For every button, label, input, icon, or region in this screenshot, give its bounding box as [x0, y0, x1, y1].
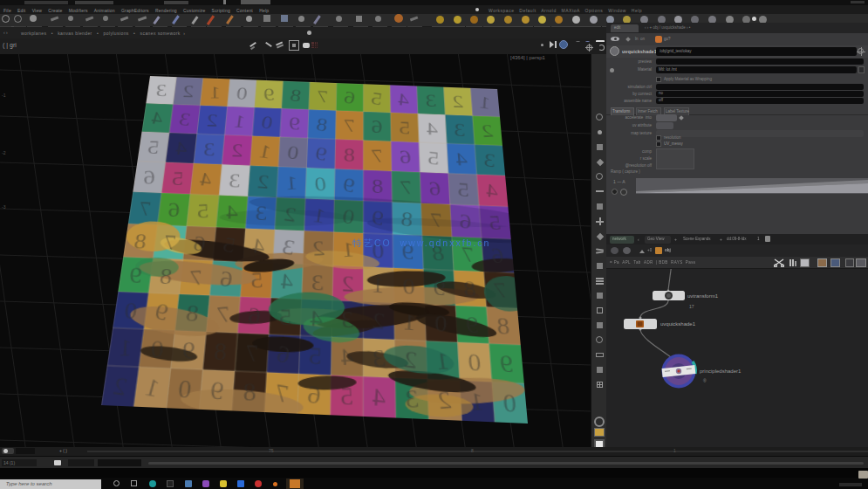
- svg-text:0: 0: [434, 310, 448, 337]
- svg-text:9: 9: [129, 263, 142, 288]
- svg-text:1: 1: [372, 272, 385, 299]
- svg-text:1: 1: [479, 92, 491, 113]
- svg-text:8: 8: [496, 313, 510, 340]
- svg-text:6: 6: [168, 198, 181, 222]
- svg-text:4: 4: [310, 305, 324, 332]
- svg-text:4: 4: [340, 343, 355, 370]
- svg-text:7: 7: [189, 265, 202, 290]
- svg-text:0: 0: [150, 335, 164, 362]
- svg-text:3: 3: [454, 119, 465, 140]
- svg-text:8: 8: [343, 144, 355, 166]
- svg-text:3: 3: [311, 270, 324, 295]
- svg-text:6: 6: [306, 380, 322, 410]
- svg-text:®: ®: [703, 378, 707, 383]
- svg-text:2: 2: [231, 140, 243, 161]
- svg-text:0: 0: [467, 348, 482, 375]
- svg-text:2: 2: [452, 92, 465, 112]
- svg-text:principledshader1: principledshader1: [700, 368, 742, 374]
- svg-text:5: 5: [457, 178, 469, 201]
- svg-text:4: 4: [226, 201, 238, 224]
- svg-text:4: 4: [455, 148, 468, 170]
- svg-text:1: 1: [209, 82, 221, 102]
- svg-text:5: 5: [427, 147, 440, 169]
- svg-text:6: 6: [247, 302, 261, 328]
- svg-text:8: 8: [213, 338, 228, 366]
- svg-text:4: 4: [279, 268, 294, 294]
- svg-text:4: 4: [486, 179, 499, 203]
- svg-text:3: 3: [203, 139, 215, 160]
- svg-text:1: 1: [285, 171, 298, 194]
- svg-text:0: 0: [177, 375, 193, 403]
- svg-text:2: 2: [342, 271, 354, 296]
- svg-text:8: 8: [462, 276, 477, 301]
- svg-text:9: 9: [433, 274, 446, 300]
- svg-text:3: 3: [156, 80, 167, 100]
- svg-text:9: 9: [289, 114, 300, 134]
- svg-text:5: 5: [197, 199, 209, 223]
- svg-text:1: 1: [119, 334, 133, 361]
- svg-text:5: 5: [171, 168, 184, 189]
- svg-text:4: 4: [372, 382, 386, 412]
- svg-text:7: 7: [371, 145, 384, 167]
- svg-text:2: 2: [311, 236, 326, 260]
- svg-text:9: 9: [464, 312, 480, 338]
- svg-text:5: 5: [308, 341, 322, 369]
- svg-text:9: 9: [182, 336, 196, 364]
- svg-text:7: 7: [317, 86, 329, 107]
- svg-text:5: 5: [339, 382, 354, 410]
- svg-text:9: 9: [209, 375, 225, 404]
- svg-text:6: 6: [192, 231, 207, 256]
- svg-text:17: 17: [689, 304, 694, 309]
- svg-text:7: 7: [344, 115, 355, 136]
- svg-text:2: 2: [403, 345, 418, 374]
- svg-text:3: 3: [256, 202, 268, 224]
- svg-text:1: 1: [403, 308, 417, 335]
- svg-text:0: 0: [124, 298, 138, 324]
- svg-text:7: 7: [430, 208, 442, 231]
- svg-text:7: 7: [244, 339, 259, 367]
- svg-text:7: 7: [400, 176, 413, 199]
- svg-text:5: 5: [279, 304, 292, 330]
- svg-text:3: 3: [339, 306, 355, 334]
- svg-text:3: 3: [229, 169, 241, 191]
- svg-text:4: 4: [397, 89, 410, 110]
- svg-text:8: 8: [372, 175, 384, 197]
- svg-text:6: 6: [460, 210, 472, 233]
- svg-text:uvtransform1: uvtransform1: [687, 293, 719, 299]
- svg-text:3: 3: [483, 148, 496, 171]
- svg-text:8: 8: [243, 377, 256, 406]
- svg-text:9: 9: [263, 84, 276, 104]
- svg-text:8: 8: [400, 207, 413, 231]
- svg-text:2: 2: [182, 81, 195, 100]
- svg-text:0: 0: [402, 273, 416, 299]
- svg-text:6: 6: [372, 116, 383, 137]
- svg-text:9: 9: [371, 206, 385, 230]
- svg-text:6: 6: [143, 166, 155, 189]
- svg-text:5: 5: [249, 267, 263, 293]
- svg-text:5: 5: [399, 117, 410, 138]
- svg-text:uvquickshade1: uvquickshade1: [660, 321, 696, 327]
- svg-text:7: 7: [216, 301, 231, 328]
- svg-text:2: 2: [206, 110, 219, 131]
- svg-text:3: 3: [425, 91, 438, 111]
- svg-text:0: 0: [502, 389, 517, 418]
- svg-text:4: 4: [427, 118, 438, 139]
